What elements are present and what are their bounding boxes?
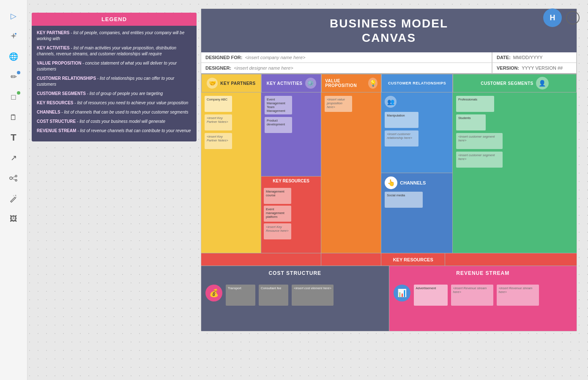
legend-item-key-resources: KEY RESOURCES - list of resources you ne… — [37, 100, 191, 106]
cost-structure-content: 💰 Transport Consultant fee <insert cost … — [201, 280, 389, 331]
user-avatar[interactable]: H — [543, 8, 562, 27]
legend-item-revenue-stream: REVENUE STREAM - list of revenue channel… — [37, 128, 191, 134]
globe-icon[interactable]: 🌐 — [6, 49, 21, 64]
date-cell: DATE: MM/DD/YYYY — [492, 52, 577, 62]
customer-segments-header: CUSTOMER SEGMENTS 👤 — [453, 74, 577, 92]
toolbar: ▷ 🌐 ✏ □ 🗒 T ↗ 🖼 — [0, 0, 27, 380]
image-icon[interactable]: 🖼 — [6, 211, 21, 226]
note-key-partner-1[interactable]: <insert Key Partner Notes> — [205, 114, 232, 130]
text-icon[interactable]: T — [6, 130, 21, 145]
key-activities-content: Event Management Team Management Product… — [261, 92, 321, 176]
key-partners-header: 🤝 KEY PARTNERS — [201, 74, 261, 92]
customer-relationships-content: 👥 Manipulation <insert customer relation… — [381, 92, 452, 173]
form-designer-row: DESIGNER: VERSION: YYYY VERSION ## — [201, 63, 577, 73]
note-customer-rel[interactable]: <insert customer relationship here> — [385, 130, 418, 147]
legend-header: LEGEND — [32, 13, 197, 26]
note-management-course[interactable]: Management course — [264, 188, 291, 204]
customer-rel-icon: 👥 — [385, 96, 397, 108]
note-value-prop[interactable]: <insert value proposition here> — [325, 96, 352, 112]
designer-input[interactable] — [234, 65, 487, 71]
legend-item-value-proposition: VALUE PROPOSITION - concise statement of… — [37, 60, 191, 72]
version-label: VERSION: — [497, 65, 519, 71]
channels-icon: 👆 — [385, 176, 397, 189]
ai-icon[interactable] — [6, 29, 21, 44]
legend-item-channels: CHANNELS - list of channels that can be … — [37, 109, 191, 115]
version-value: YYYY VERSION ## — [522, 65, 563, 71]
designer-cell: DESIGNER: — [201, 63, 492, 73]
note-customer-seg-1[interactable]: <insert customer segment here> — [456, 133, 503, 149]
designed-for-cell: DESIGNED FOR: — [201, 52, 492, 62]
revenue-stream-header: REVENUE STREAM — [389, 266, 577, 280]
svg-point-1 — [10, 177, 12, 179]
cursor-icon[interactable]: ▷ — [6, 8, 21, 24]
svg-point-3 — [15, 179, 17, 181]
note-social-media[interactable]: Social media — [385, 192, 423, 208]
legend-body: KEY PARTNERS - list of people, companies… — [32, 26, 197, 141]
note-manipulation[interactable]: Manipulation — [385, 112, 418, 128]
note-key-resource[interactable]: <insert Key Resource here> — [264, 223, 291, 239]
legend-item-customer-segments: CUSTOMER SEGMENTS - list of group of peo… — [37, 91, 191, 97]
note-customer-seg-2[interactable]: <insert customer segment here> — [456, 152, 503, 168]
legend-item-key-partners: KEY PARTNERS - list of people, companies… — [37, 30, 191, 42]
note-revenue-1[interactable]: <insert Revenue stream here> — [451, 285, 493, 306]
svg-point-2 — [15, 175, 17, 177]
svg-point-0 — [15, 33, 16, 35]
customer-segments-content: Professionals Students <insert customer … — [453, 92, 577, 253]
revenue-stream-content: 📊 Advertisement <insert Revenue stream h… — [389, 280, 577, 331]
legend-panel: LEGEND KEY PARTNERS - list of people, co… — [32, 13, 197, 141]
magic-icon[interactable] — [6, 191, 21, 206]
value-proposition-content: <insert value proposition here> — [321, 92, 381, 253]
note-revenue-2[interactable]: <insert Revenue stream here> — [497, 285, 539, 306]
canvas-title: BUSINESS MODELCANVAS — [201, 9, 577, 52]
arrow-icon[interactable]: ↗ — [6, 150, 21, 166]
key-resources-header: KEY RESOURCES — [261, 176, 321, 185]
channels-section: 👆 CHANNELS Social media — [381, 173, 452, 253]
note-key-partner-2[interactable]: <insert Key Partner Notes> — [205, 133, 232, 149]
form-designed-for-row: DESIGNED FOR: DATE: MM/DD/YYYY — [201, 52, 577, 63]
key-resources-label: KEY RESOURCES — [393, 257, 433, 262]
note-advertisement[interactable]: Advertisement — [414, 285, 448, 306]
note-transport[interactable]: Transport — [226, 285, 255, 306]
svg-line-4 — [12, 176, 15, 178]
key-resources-section: KEY RESOURCES Management course Event ma… — [261, 176, 321, 253]
date-value: MM/DD/YYYY — [513, 55, 543, 60]
designed-for-input[interactable] — [245, 55, 487, 60]
legend-item-customer-relationships: CUSTOMER RELATIONSHIPS - list of relatio… — [37, 76, 191, 87]
legend-item-cost-structure: COST STRUCTURE - list of costs your busi… — [37, 119, 191, 125]
revenue-icon: 📊 — [394, 285, 410, 301]
note-professionals[interactable]: Professionals — [456, 96, 494, 112]
connect-icon[interactable] — [6, 171, 21, 186]
note-product-dev[interactable]: Product development — [265, 117, 292, 133]
date-label: DATE: — [497, 55, 511, 60]
info-button[interactable]: ⓘ — [566, 11, 580, 24]
value-proposition-header: VALUE PROPOSITION 💡 — [321, 74, 381, 92]
pencil-icon[interactable]: ✏ — [6, 69, 21, 84]
note-cost-element[interactable]: <insert cost element here> — [292, 285, 334, 306]
svg-line-5 — [12, 179, 15, 180]
version-cell: VERSION: YYYY VERSION ## — [492, 63, 577, 73]
key-activities-header: KEY ACTIVITIES ⚙️ — [261, 74, 321, 92]
key-resources-wide-header — [321, 253, 381, 266]
legend-item-key-activities: KEY ACTIVITIES - list of main activities… — [37, 45, 191, 57]
cost-icon: 💰 — [205, 285, 222, 301]
note-company-abc[interactable]: Company ABC — [205, 96, 232, 112]
designer-label: DESIGNER: — [205, 65, 231, 71]
customer-relationships-header: CUSTOMER RELATIONSHIPS — [381, 74, 453, 92]
note-event-platform[interactable]: Event management platform — [264, 206, 291, 222]
designed-for-label: DESIGNED FOR: — [205, 55, 242, 60]
business-model-canvas: BUSINESS MODELCANVAS DESIGNED FOR: DATE:… — [201, 8, 577, 331]
sticky-note-icon[interactable]: 🗒 — [6, 110, 21, 125]
note-event-management[interactable]: Event Management Team Management — [265, 96, 292, 114]
note-students[interactable]: Students — [456, 114, 486, 130]
channels-header: CHANNELS — [400, 180, 426, 185]
note-consultant-fee[interactable]: Consultant fee — [259, 285, 288, 306]
rectangle-icon[interactable]: □ — [6, 90, 21, 105]
key-partners-content: Company ABC <insert Key Partner Notes> <… — [201, 92, 261, 253]
cost-structure-header: COST STRUCTURE — [201, 266, 389, 280]
